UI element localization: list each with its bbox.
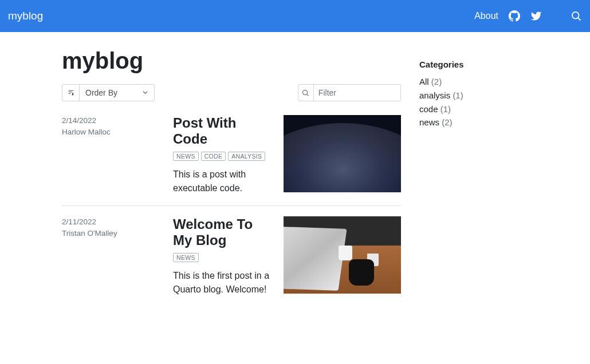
post-tags: NEWS (173, 253, 270, 262)
category-count: (1) (440, 104, 451, 114)
tag[interactable]: NEWS (173, 152, 199, 161)
post-date: 2/14/2022 (62, 115, 159, 126)
navbar-right: About (474, 10, 582, 22)
tag[interactable]: NEWS (173, 253, 199, 262)
about-link[interactable]: About (474, 11, 498, 21)
github-icon[interactable] (509, 10, 520, 22)
post-body: Post With Code NEWS CODE ANALYSIS This i… (173, 115, 270, 195)
post-thumbnail[interactable] (284, 216, 401, 294)
category-item-code[interactable]: code (1) (419, 102, 528, 116)
post-title[interactable]: Welcome To My Blog (173, 216, 270, 248)
post-body: Welcome To My Blog NEWS This is the firs… (173, 216, 270, 296)
search-icon[interactable] (571, 10, 582, 22)
category-list: All (2) analysis (1) code (1) news (2) (419, 75, 528, 129)
filter-search-icon (298, 85, 314, 101)
post-date: 2/11/2022 (62, 216, 159, 228)
post-meta: 2/14/2022 Harlow Malloc (62, 115, 159, 195)
navbar: myblog About (0, 0, 590, 32)
post-description: This is the first post in a Quarto blog.… (173, 269, 270, 296)
filter-box (298, 84, 401, 101)
post-author: Harlow Malloc (62, 126, 159, 138)
svg-point-0 (572, 12, 579, 19)
sidebar-title: Categories (419, 60, 528, 69)
post-item[interactable]: 2/14/2022 Harlow Malloc Post With Code N… (62, 115, 401, 206)
brand-link[interactable]: myblog (8, 10, 43, 22)
orderby-label: Order By (80, 88, 136, 97)
category-count: (2) (442, 117, 452, 127)
category-label: All (419, 77, 429, 86)
main-column: myblog Order By 2/14/2022 H (62, 32, 401, 317)
category-item-analysis[interactable]: analysis (1) (419, 89, 528, 102)
post-tags: NEWS CODE ANALYSIS (173, 152, 270, 161)
post-title[interactable]: Post With Code (173, 115, 270, 147)
post-item[interactable]: 2/11/2022 Tristan O'Malley Welcome To My… (62, 216, 401, 307)
post-meta: 2/11/2022 Tristan O'Malley (62, 216, 159, 296)
post-author: Tristan O'Malley (62, 228, 159, 239)
svg-line-1 (578, 18, 580, 20)
orderby-select[interactable]: Order By (62, 84, 155, 101)
filter-input[interactable] (314, 85, 400, 101)
tag[interactable]: CODE (201, 152, 226, 161)
chevron-down-icon (136, 88, 154, 98)
svg-line-3 (307, 94, 309, 96)
category-item-news[interactable]: news (2) (419, 116, 528, 129)
category-label: code (419, 104, 438, 114)
list-controls: Order By (62, 84, 401, 101)
category-item-all[interactable]: All (2) (419, 75, 528, 89)
category-label: news (419, 117, 439, 127)
category-count: (2) (431, 77, 442, 86)
sort-icon (62, 85, 80, 101)
sidebar: Categories All (2) analysis (1) code (1)… (419, 32, 528, 317)
tag[interactable]: ANALYSIS (228, 152, 265, 161)
category-label: analysis (419, 90, 450, 100)
page-title: myblog (62, 48, 401, 74)
post-thumbnail[interactable] (284, 115, 401, 192)
category-count: (1) (453, 90, 463, 100)
svg-point-2 (303, 90, 308, 94)
twitter-icon[interactable] (530, 10, 542, 22)
post-description: This is a post with executable code. (173, 168, 270, 195)
